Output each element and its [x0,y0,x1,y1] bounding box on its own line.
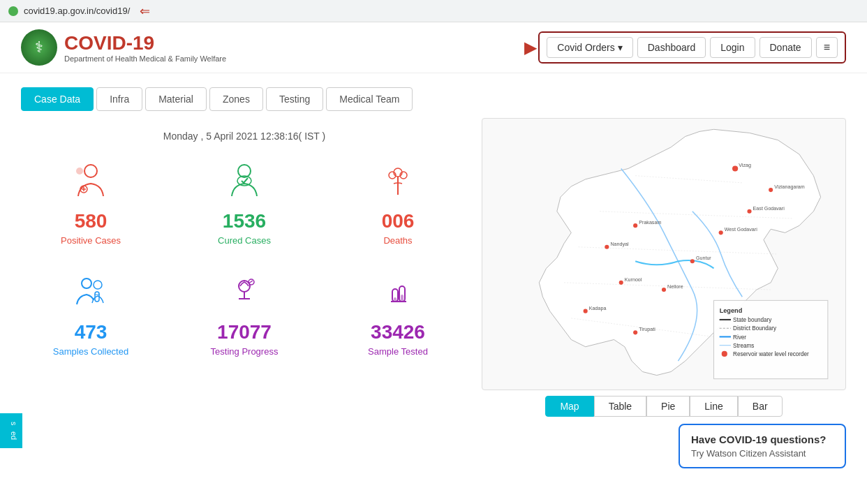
map-tab-map[interactable]: Map [545,396,593,417]
watson-assistant-box[interactable]: Have COVID-19 questions? Try Watson Citi… [679,424,846,468]
svg-point-41 [619,281,623,285]
deaths-icon [380,163,416,205]
svg-point-33 [747,209,751,214]
svg-text:Kadapa: Kadapa [589,306,607,311]
deaths-label: Deaths [383,235,412,246]
dashboard-button[interactable]: Dashboard [637,37,706,58]
app-title: COVID-19 [64,32,226,54]
svg-text:West Godavari: West Godavari [725,227,757,232]
stat-card-samples: 473 Samples Collected [21,267,161,364]
stat-card-positive: 580 Positive Cases [21,156,161,253]
testing-number: 17077 [217,321,272,343]
svg-text:Vizianagaram: Vizianagaram [774,184,804,190]
svg-text:Prakasam: Prakasam [639,220,661,225]
svg-text:River: River [733,334,746,341]
svg-point-4 [76,168,83,175]
svg-point-43 [605,245,609,249]
map-tab-pie[interactable]: Pie [646,396,690,417]
url-bar[interactable]: covid19.ap.gov.in/covid19/ [24,6,130,16]
left-strip: s ed [0,413,22,448]
logo-emblem: ⚕ [21,29,57,66]
svg-rect-23 [401,295,403,301]
svg-text:Kurnool: Kurnool [625,277,642,283]
svg-point-61 [722,351,727,357]
svg-point-0 [84,165,97,177]
svg-point-35 [719,230,723,235]
svg-text:Tirupati: Tirupati [639,327,655,332]
nav-buttons: ▶ Covid Orders ▾ Dashboard Login Donate … [538,31,846,64]
left-panel: Monday , 5 April 2021 12:38:16( IST ) [21,118,482,468]
tab-testing[interactable]: Testing [266,87,323,111]
svg-point-45 [633,223,637,228]
watson-subtitle: Try Watson Citizen Assistant [691,448,833,459]
watson-title: Have COVID-19 questions? [691,433,833,445]
tabs-container: Case Data Infra Material Zones Testing M… [0,73,867,111]
svg-point-29 [732,165,738,171]
donate-button[interactable]: Donate [759,37,812,58]
favicon-icon [8,6,18,16]
tab-medical-team[interactable]: Medical Team [326,87,413,111]
cured-cases-label: Cured Cases [218,235,271,246]
svg-point-47 [584,309,588,313]
stat-card-sample-tested: 33426 Sample Tested [328,267,468,364]
svg-point-31 [769,188,773,192]
tab-zones[interactable]: Zones [209,87,263,111]
svg-point-39 [662,288,666,292]
svg-text:Reservoir water level recorder: Reservoir water level recorder [733,351,809,357]
svg-point-37 [690,259,695,263]
header: ⚕ COVID-19 Department of Health Medical … [0,22,867,73]
svg-text:Nellore: Nellore [667,284,683,290]
testing-label: Testing Progress [211,346,279,357]
strip-text-2: ed [3,429,20,443]
stat-card-deaths: 006 Deaths [328,156,468,253]
tab-infra[interactable]: Infra [96,87,142,111]
covid-orders-button[interactable]: Covid Orders ▾ [547,37,632,58]
logo-text: COVID-19 Department of Health Medical & … [64,32,226,63]
svg-point-49 [633,330,637,334]
browser-bar: covid19.ap.gov.in/covid19/ ⇐ [0,0,867,22]
app-subtitle: Department of Health Medical & Family We… [64,54,226,63]
svg-text:Guntur: Guntur [696,255,711,261]
samples-label: Samples Collected [53,346,128,357]
svg-point-11 [82,279,91,288]
strip-text-1: s [3,419,20,429]
tab-case-data[interactable]: Case Data [21,87,94,111]
deaths-number: 006 [382,210,415,232]
testing-icon [226,274,262,316]
svg-text:Vizag: Vizag [739,163,751,168]
svg-text:State boundary: State boundary [733,317,772,323]
samples-icon [73,274,109,316]
logo-area: ⚕ COVID-19 Department of Health Medical … [21,29,226,66]
svg-point-12 [94,281,102,289]
nav-arrow-icon: ▶ [524,38,537,57]
svg-text:Streams: Streams [733,343,754,349]
cured-cases-number: 1536 [223,210,266,232]
stat-card-testing: 17077 Testing Progress [175,267,314,364]
svg-text:Nandyal: Nandyal [610,242,629,247]
map-panel: Vizag Vizianagaram East Godavari West Go… [482,118,846,468]
samples-number: 473 [75,321,108,343]
positive-cases-number: 580 [75,210,108,232]
datetime-display: Monday , 5 April 2021 12:38:16( IST ) [21,131,468,142]
arrow-icon: ⇐ [140,3,150,19]
main-content: Monday , 5 April 2021 12:38:16( IST ) [0,118,867,468]
tab-material[interactable]: Material [145,87,207,111]
menu-button[interactable]: ≡ [816,37,838,58]
svg-text:East Godavari: East Godavari [753,206,785,212]
svg-text:District Boundary: District Boundary [733,325,777,332]
sample-tested-label: Sample Tested [368,346,428,357]
map-tab-line[interactable]: Line [690,396,737,417]
dropdown-arrow-icon: ▾ [618,42,623,53]
stats-grid: 580 Positive Cases 1536 Cured Cases [21,156,468,364]
map-tab-table[interactable]: Table [594,396,646,417]
map-display: Vizag Vizianagaram East Godavari West Go… [482,118,846,390]
positive-cases-label: Positive Cases [61,235,121,246]
sample-tested-icon [380,274,416,316]
stat-card-cured: 1536 Cured Cases [175,156,314,253]
login-button[interactable]: Login [710,37,755,58]
map-tabs: Map Table Pie Line Bar [545,396,782,417]
map-tab-bar[interactable]: Bar [738,396,783,417]
positive-cases-icon [73,163,109,205]
svg-text:Legend: Legend [720,307,743,314]
cured-cases-icon [226,163,262,205]
